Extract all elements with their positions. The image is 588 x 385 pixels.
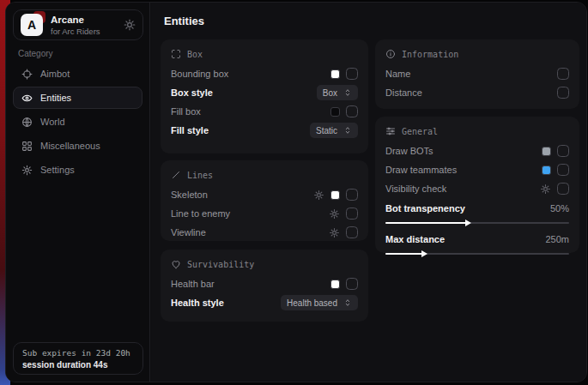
max-distance-slider[interactable] (385, 253, 569, 255)
sidebar-item-miscellaneous[interactable]: Miscellaneous (13, 135, 142, 157)
row-label: Draw teammates (385, 165, 542, 175)
slider-label: Bot transpenency (385, 203, 465, 214)
gear-icon[interactable] (329, 208, 340, 220)
row-fill-box: Fill box (171, 102, 358, 121)
category-label: Category (18, 49, 53, 58)
app-subtitle: for Arc Riders (51, 27, 124, 36)
color-swatch[interactable] (330, 107, 340, 117)
row-label: Visibility check (385, 183, 540, 194)
line-to-enemy-checkbox[interactable] (346, 208, 358, 220)
health-bar-checkbox[interactable] (346, 278, 358, 290)
sidebar-item-label: World (40, 117, 65, 127)
app-window: A Arcane for Arc Riders Category Aimbot (5, 2, 587, 382)
row-distance: Distance (385, 83, 569, 102)
heart-icon (171, 259, 181, 269)
panel-information: Information Name Distance (375, 39, 579, 109)
row-label: Health bar (171, 279, 330, 289)
panel-lines: Lines Skeleton Line to enemy (161, 160, 368, 241)
health-style-dropdown[interactable]: Health based (281, 295, 358, 310)
bounding-box-checkbox[interactable] (346, 68, 358, 80)
sidebar-item-label: Entities (40, 93, 71, 103)
color-swatch[interactable] (542, 147, 551, 156)
brand-card: A Arcane for Arc Riders (13, 9, 143, 40)
chevron-up-down-icon (343, 126, 352, 135)
row-label: Viewline (171, 227, 329, 238)
chevron-up-down-icon (343, 88, 352, 97)
row-box-style: Box style Box (171, 83, 358, 102)
panel-general-title: General (385, 124, 569, 138)
page-title: Entities (164, 15, 204, 27)
sidebar-item-label: Aimbot (40, 69, 70, 79)
gear-icon (21, 165, 33, 176)
draw-bots-checkbox[interactable] (557, 145, 569, 157)
row-label: Draw BOTs (385, 146, 542, 156)
slider-value: 50% (550, 203, 569, 214)
visibility-check-checkbox[interactable] (557, 183, 569, 195)
row-name: Name (385, 64, 569, 83)
info-icon (385, 49, 396, 59)
row-health-style: Health style Health based (171, 293, 358, 312)
panel-survivability: Survivability Health bar Health style He… (161, 250, 368, 322)
gear-icon[interactable] (124, 19, 136, 31)
color-swatch[interactable] (330, 190, 340, 200)
panel-box-title: Box (171, 47, 358, 61)
panel-box: Box Bounding box Box style Box Fill box (161, 39, 368, 153)
app-name: Arcane (51, 15, 124, 25)
main-content: Entities Box Bounding box Box style Box (151, 3, 586, 382)
subscription-expiry: Sub expires in 23d 20h (22, 348, 134, 358)
chevron-up-down-icon (343, 298, 352, 307)
skeleton-checkbox[interactable] (346, 189, 358, 201)
row-label: Fill style (171, 125, 310, 135)
diagonal-line-icon (171, 170, 181, 180)
draw-teammates-checkbox[interactable] (557, 164, 569, 176)
panel-general: General Draw BOTs Draw teammates Visibil… (375, 117, 579, 253)
color-swatch[interactable] (542, 165, 551, 175)
sidebar: A Arcane for Arc Riders Category Aimbot (6, 3, 150, 382)
panel-lines-title: Lines (171, 168, 358, 182)
grid-icon (21, 141, 33, 152)
row-label: Line to enemy (171, 208, 329, 219)
subscription-card: Sub expires in 23d 20h session duration … (13, 342, 143, 375)
entities-eye-icon (21, 93, 33, 104)
sidebar-item-label: Settings (40, 165, 75, 175)
crosshair-icon (21, 69, 33, 80)
viewline-checkbox[interactable] (346, 226, 358, 238)
session-duration: session duration 44s (22, 360, 134, 370)
fill-box-checkbox[interactable] (346, 105, 358, 117)
row-draw-teammates: Draw teammates (385, 160, 569, 179)
row-line-to-enemy: Line to enemy (171, 204, 358, 223)
sidebar-item-world[interactable]: World (13, 111, 142, 133)
row-label: Name (385, 69, 557, 79)
sliders-icon (385, 126, 396, 136)
slider-thumb[interactable] (421, 250, 427, 257)
sidebar-item-settings[interactable]: Settings (13, 159, 142, 181)
box-style-dropdown[interactable]: Box (317, 85, 358, 100)
gear-icon[interactable] (540, 183, 551, 195)
color-swatch[interactable] (330, 280, 340, 289)
row-draw-bots: Draw BOTs (385, 141, 569, 160)
sidebar-item-label: Miscellaneous (40, 141, 100, 151)
slider-label: Max distance (385, 234, 445, 244)
logo-letter: A (21, 14, 43, 36)
name-checkbox[interactable] (557, 68, 569, 80)
fill-style-dropdown[interactable]: Static (310, 123, 358, 138)
sidebar-menu: Aimbot Entities World Miscellaneous (13, 63, 142, 181)
box-brackets-icon (171, 49, 181, 59)
row-skeleton: Skeleton (171, 185, 358, 204)
row-visibility-check: Visibility check (385, 179, 569, 198)
row-label: Health style (171, 298, 281, 308)
sidebar-item-entities[interactable]: Entities (13, 87, 142, 109)
gear-icon[interactable] (329, 227, 340, 238)
distance-checkbox[interactable] (557, 87, 569, 99)
color-swatch[interactable] (330, 69, 340, 79)
max-distance-group: Max distance 250m (385, 232, 569, 255)
bot-transparency-slider[interactable] (385, 222, 569, 224)
slider-thumb[interactable] (465, 220, 471, 226)
row-label: Distance (385, 87, 557, 98)
row-label: Fill box (171, 106, 330, 117)
sidebar-item-aimbot[interactable]: Aimbot (13, 63, 142, 85)
row-health-bar: Health bar (171, 274, 358, 293)
app-logo: A (21, 14, 43, 36)
row-fill-style: Fill style Static (171, 121, 358, 140)
gear-icon[interactable] (313, 189, 324, 201)
